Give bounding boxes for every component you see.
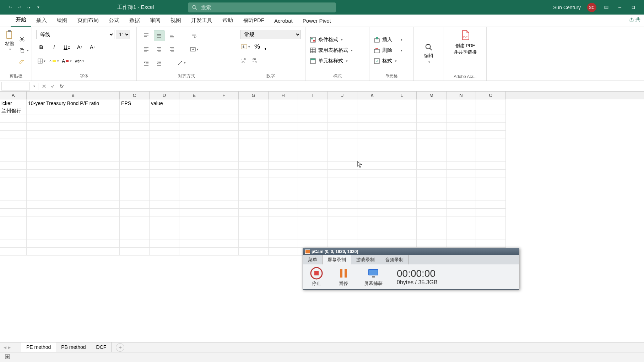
sheet-tab-pb[interactable]: PB method: [56, 342, 91, 352]
cell-A8[interactable]: [0, 154, 27, 162]
cell-J9[interactable]: [328, 162, 357, 170]
cell-F11[interactable]: [209, 177, 239, 185]
cell-E11[interactable]: [179, 177, 209, 185]
cell-C10[interactable]: [120, 170, 150, 177]
cell-A11[interactable]: [0, 177, 27, 185]
col-header-F[interactable]: F: [209, 92, 239, 99]
cell-K19[interactable]: [357, 240, 387, 248]
italic-button[interactable]: I: [49, 42, 59, 52]
cell-E10[interactable]: [179, 170, 209, 177]
user-name[interactable]: Sun Century: [553, 5, 581, 10]
cell-G6[interactable]: [239, 138, 269, 146]
cell-D4[interactable]: [150, 123, 179, 131]
sheet-tab-pe[interactable]: PE method: [21, 342, 56, 352]
cell-I13[interactable]: [298, 193, 328, 201]
cell-H5[interactable]: [269, 131, 298, 138]
cell-B14[interactable]: [27, 201, 120, 209]
cell-A19[interactable]: [0, 240, 27, 248]
cell-K4[interactable]: [357, 123, 387, 131]
cell-C12[interactable]: [120, 185, 150, 193]
search-input[interactable]: [201, 5, 332, 10]
cell-E19[interactable]: [179, 240, 209, 248]
merge-cells-button[interactable]: ▾: [189, 44, 199, 55]
cell-K2[interactable]: [357, 107, 387, 115]
cell-C5[interactable]: [120, 131, 150, 138]
cell-D6[interactable]: [150, 138, 179, 146]
redo-button[interactable]: [16, 4, 23, 11]
align-middle-button[interactable]: [154, 31, 164, 41]
recorder-window[interactable]: pCam (0, 0, 1920, 1020) 菜单 屏幕录制 游戏录制 音频录…: [303, 248, 519, 290]
qat-customize-button[interactable]: ▾: [35, 4, 41, 11]
cell-L3[interactable]: [387, 115, 417, 123]
cell-O5[interactable]: [476, 131, 506, 138]
cell-C15[interactable]: [120, 209, 150, 216]
cell-O10[interactable]: [476, 170, 506, 177]
fx-label[interactable]: fx: [57, 83, 66, 89]
search-box[interactable]: [188, 2, 336, 12]
cell-E12[interactable]: [179, 185, 209, 193]
col-header-K[interactable]: K: [357, 92, 387, 99]
col-header-D[interactable]: D: [150, 92, 179, 99]
cell-A6[interactable]: [0, 138, 27, 146]
cell-B20[interactable]: [27, 248, 120, 256]
user-avatar[interactable]: SC: [587, 3, 596, 12]
cell-C6[interactable]: [120, 138, 150, 146]
cell-K5[interactable]: [357, 131, 387, 138]
cell-C19[interactable]: [120, 240, 150, 248]
maximize-button[interactable]: [630, 4, 637, 11]
cell-C13[interactable]: [120, 193, 150, 201]
cell-F12[interactable]: [209, 185, 239, 193]
cell-D14[interactable]: [150, 201, 179, 209]
cell-E6[interactable]: [179, 138, 209, 146]
cell-G19[interactable]: [239, 240, 269, 248]
delete-cells-button[interactable]: 删除▾: [372, 45, 411, 56]
cell-A5[interactable]: [0, 131, 27, 138]
cell-N12[interactable]: [447, 185, 476, 193]
cell-L9[interactable]: [387, 162, 417, 170]
cell-K1[interactable]: [357, 99, 387, 107]
cell-D16[interactable]: [150, 216, 179, 224]
tab-help[interactable]: 帮助: [217, 14, 238, 27]
cell-J17[interactable]: [328, 224, 357, 232]
cell-F16[interactable]: [209, 216, 239, 224]
cell-F1[interactable]: [209, 99, 239, 107]
cell-L16[interactable]: [387, 216, 417, 224]
cell-C1[interactable]: EPS: [120, 99, 150, 107]
tab-acrobat[interactable]: Acrobat: [269, 15, 298, 27]
ruby-button[interactable]: wén▾: [75, 56, 85, 66]
cell-G1[interactable]: [239, 99, 269, 107]
cell-E18[interactable]: [179, 232, 209, 240]
cell-I1[interactable]: [298, 99, 328, 107]
cell-A15[interactable]: [0, 209, 27, 216]
cell-C14[interactable]: [120, 201, 150, 209]
cell-J2[interactable]: [328, 107, 357, 115]
cell-I4[interactable]: [298, 123, 328, 131]
align-left-button[interactable]: [141, 44, 152, 55]
cell-E17[interactable]: [179, 224, 209, 232]
cell-O18[interactable]: [476, 232, 506, 240]
cell-C18[interactable]: [120, 232, 150, 240]
cell-M12[interactable]: [417, 185, 447, 193]
align-right-button[interactable]: [167, 44, 177, 55]
cell-I15[interactable]: [298, 209, 328, 216]
cell-G5[interactable]: [239, 131, 269, 138]
decrease-font-button[interactable]: A↓: [87, 42, 97, 52]
cell-H1[interactable]: [269, 99, 298, 107]
table-format-button[interactable]: 套用表格格式▾: [308, 45, 366, 56]
conditional-format-button[interactable]: 条件格式▾: [308, 34, 366, 45]
cell-F13[interactable]: [209, 193, 239, 201]
cell-B16[interactable]: [27, 216, 120, 224]
cell-A7[interactable]: [0, 146, 27, 154]
cell-D19[interactable]: [150, 240, 179, 248]
cell-B13[interactable]: [27, 193, 120, 201]
cell-F20[interactable]: [209, 248, 239, 256]
cell-L12[interactable]: [387, 185, 417, 193]
cell-N13[interactable]: [447, 193, 476, 201]
cell-I17[interactable]: [298, 224, 328, 232]
cell-B11[interactable]: [27, 177, 120, 185]
cell-A18[interactable]: [0, 232, 27, 240]
paste-button[interactable]: 粘贴 ▾: [5, 29, 14, 51]
tab-data[interactable]: 数据: [124, 14, 145, 27]
cell-C8[interactable]: [120, 154, 150, 162]
enter-formula-button[interactable]: [48, 82, 57, 90]
